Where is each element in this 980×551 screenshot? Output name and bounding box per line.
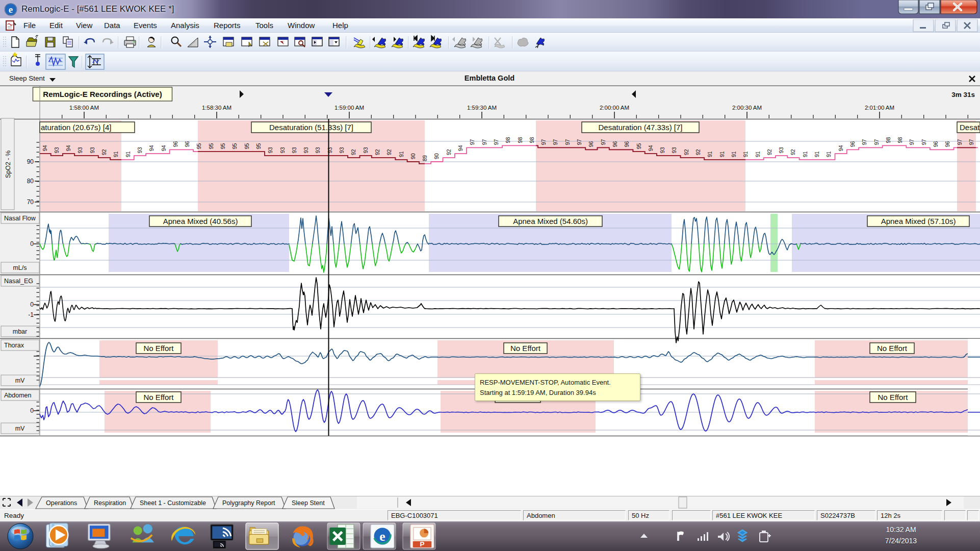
svg-text:96: 96 — [184, 141, 190, 147]
svg-text:97: 97 — [493, 139, 499, 145]
svg-text:Polygraphy Report: Polygraphy Report — [222, 499, 275, 507]
svg-text:91: 91 — [113, 151, 119, 157]
svg-text:Apnea Mixed (57.10s): Apnea Mixed (57.10s) — [881, 217, 956, 226]
svg-text:Sheet 1 - Customizable: Sheet 1 - Customizable — [140, 499, 206, 507]
svg-text:Nasal Flow: Nasal Flow — [4, 215, 36, 222]
svg-text:92: 92 — [374, 149, 380, 155]
svg-text:0: 0 — [30, 301, 34, 308]
svg-text:mbar: mbar — [13, 328, 27, 335]
svg-text:98: 98 — [517, 137, 523, 143]
svg-text:91: 91 — [742, 151, 749, 157]
svg-text:93: 93 — [279, 147, 286, 153]
svg-text:97: 97 — [576, 139, 582, 145]
svg-text:93: 93 — [54, 147, 60, 153]
svg-text:Desat: Desat — [960, 123, 980, 132]
svg-text:e: e — [379, 529, 385, 544]
svg-text:0: 0 — [30, 407, 34, 414]
svg-text:93: 93 — [659, 147, 665, 153]
svg-text:94: 94 — [148, 145, 154, 151]
svg-text:93: 93 — [77, 147, 83, 153]
svg-text:98: 98 — [529, 137, 535, 143]
svg-text:91: 91 — [826, 151, 832, 157]
svg-text:Desaturation (51.33s) [7]: Desaturation (51.33s) [7] — [269, 123, 353, 132]
svg-text:Sleep Stent: Sleep Stent — [292, 499, 325, 507]
svg-text:Apnea Mixed (40.56s): Apnea Mixed (40.56s) — [163, 217, 238, 226]
svg-text:0: 0 — [30, 240, 34, 247]
svg-text:2:00:00 AM: 2:00:00 AM — [600, 105, 629, 111]
svg-text:97: 97 — [921, 139, 927, 145]
svg-text:No Effort: No Effort — [144, 344, 174, 353]
svg-text:-1: -1 — [28, 311, 34, 318]
svg-text:96: 96 — [588, 141, 594, 147]
svg-text:Operations: Operations — [46, 499, 77, 507]
svg-text:91: 91 — [125, 151, 131, 157]
svg-text:90: 90 — [27, 158, 34, 165]
svg-text:93: 93 — [327, 147, 333, 153]
svg-text:93: 93 — [267, 147, 273, 153]
svg-text:93: 93 — [778, 147, 784, 153]
svg-text:97: 97 — [469, 139, 475, 145]
svg-text:97: 97 — [481, 139, 487, 145]
svg-text:96: 96 — [849, 141, 856, 147]
svg-text:93: 93 — [315, 147, 321, 153]
svg-text:94: 94 — [838, 145, 844, 151]
svg-text:Thorax: Thorax — [4, 342, 24, 349]
svg-text:97: 97 — [968, 139, 974, 145]
svg-text:No Effort: No Effort — [878, 393, 909, 402]
svg-text:92: 92 — [766, 149, 772, 155]
svg-text:92: 92 — [790, 149, 796, 155]
svg-text:94: 94 — [161, 145, 167, 151]
svg-text:mL/s: mL/s — [13, 264, 27, 271]
svg-text:91: 91 — [755, 151, 761, 157]
svg-text:2:01:00 AM: 2:01:00 AM — [865, 105, 894, 111]
svg-text:91: 91 — [814, 151, 820, 157]
svg-text:96: 96 — [933, 141, 939, 147]
svg-text:93: 93 — [671, 147, 677, 153]
svg-text:93: 93 — [303, 147, 309, 153]
svg-text:95: 95 — [255, 143, 262, 149]
svg-text:92: 92 — [350, 149, 356, 155]
svg-text:SpO2 - %: SpO2 - % — [5, 151, 12, 178]
svg-text:92: 92 — [101, 149, 107, 155]
svg-text:94: 94 — [65, 145, 71, 151]
svg-text:mV: mV — [15, 377, 25, 384]
svg-text:90: 90 — [410, 153, 416, 159]
svg-text:97: 97 — [564, 139, 571, 145]
svg-text:Respiration: Respiration — [94, 499, 126, 507]
svg-text:93: 93 — [363, 147, 369, 153]
svg-text:96: 96 — [944, 141, 950, 147]
svg-text:97: 97 — [957, 139, 963, 145]
svg-text:97: 97 — [873, 139, 880, 145]
svg-text:93: 93 — [137, 147, 143, 153]
svg-text:89: 89 — [422, 155, 428, 161]
svg-text:91: 91 — [707, 151, 713, 157]
svg-text:92: 92 — [695, 149, 701, 155]
svg-text:96: 96 — [172, 141, 178, 147]
svg-text:80: 80 — [27, 178, 34, 185]
svg-text:96: 96 — [612, 141, 618, 147]
svg-text:95: 95 — [636, 143, 642, 149]
svg-text:mV: mV — [15, 425, 25, 432]
svg-text:aturation (20.67s) [4]: aturation (20.67s) [4] — [41, 123, 111, 132]
svg-text:Abdomen: Abdomen — [4, 392, 32, 399]
svg-text:91: 91 — [719, 151, 725, 157]
svg-text:3m 31s: 3m 31s — [951, 91, 975, 98]
svg-text:94: 94 — [42, 145, 48, 151]
svg-text:91: 91 — [398, 151, 404, 157]
svg-text:93: 93 — [339, 147, 345, 153]
svg-text:92: 92 — [446, 149, 452, 155]
svg-text:1:58:30 AM: 1:58:30 AM — [202, 105, 231, 111]
svg-text:98: 98 — [897, 137, 903, 143]
svg-text:No Effort: No Effort — [144, 393, 174, 402]
svg-text:No Effort: No Effort — [877, 344, 908, 353]
svg-text:95: 95 — [220, 143, 226, 149]
svg-text:Apnea Mixed (54.60s): Apnea Mixed (54.60s) — [513, 217, 588, 226]
svg-text:91: 91 — [802, 151, 808, 157]
svg-text:94: 94 — [648, 145, 654, 151]
svg-text:98: 98 — [505, 137, 511, 143]
svg-text:1:59:00 AM: 1:59:00 AM — [334, 105, 364, 111]
svg-text:97: 97 — [600, 139, 606, 145]
svg-text:93: 93 — [291, 147, 297, 153]
svg-text:Desaturation (47.33s) [7]: Desaturation (47.33s) [7] — [598, 123, 682, 132]
svg-text:RemLogic-E Recordings (Active): RemLogic-E Recordings (Active) — [43, 90, 162, 98]
